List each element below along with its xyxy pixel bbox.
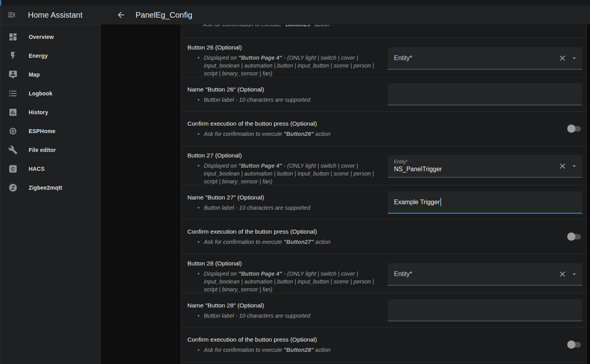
bullet-dot: • <box>198 54 200 77</box>
field-description: Displayed on "Button Page 4" - (ONLY lig… <box>204 270 385 293</box>
confirm-toggle[interactable] <box>568 342 581 348</box>
bulleted-list-icon <box>8 89 18 98</box>
sidebar-item-history[interactable]: History <box>0 103 101 122</box>
sidebar-nav: Overview Energy Map Logbook History ESPH… <box>0 25 101 197</box>
sidebar-item-label: File editor <box>29 147 56 153</box>
app-title: Home Assistant <box>28 11 82 20</box>
field-title: Button 27 (Optional) <box>187 151 388 160</box>
bullet-dot: • <box>198 130 200 138</box>
window-accent-line <box>0 0 1 5</box>
page-title: PanelEg_Config <box>136 11 192 20</box>
form-row-button26-entity: Button 26 (Optional) • Displayed on "But… <box>181 38 586 77</box>
sidebar-item-esphome[interactable]: ESPHome <box>0 122 101 141</box>
sidebar-header: Home Assistant <box>0 5 101 25</box>
bullet-dot: • <box>198 270 200 293</box>
entity-select-value: NS_PanelTrigger <box>394 165 558 173</box>
zigbee2mqtt-icon: Z <box>8 183 18 192</box>
sidebar-item-map[interactable]: Map <box>0 65 101 84</box>
confirm-toggle[interactable] <box>568 126 581 132</box>
wrench-icon <box>8 145 18 155</box>
form-row-button28-name: Name "Button 28" (Optional) • Button lab… <box>181 293 586 327</box>
sidebar-item-label: Zigbee2mqtt <box>29 185 62 191</box>
field-description: Displayed on "Button Page 4" - (ONLY lig… <box>204 162 385 185</box>
clear-icon[interactable] <box>558 270 567 278</box>
entity-select-label: Entity* <box>394 271 558 278</box>
entity-select-label: Entity* <box>394 55 558 62</box>
field-description: Button label - 10 characters are support… <box>204 312 310 320</box>
field-title: Confirm execution of the button press (O… <box>187 335 568 344</box>
sidebar-item-energy[interactable]: Energy <box>0 46 101 65</box>
person-pin-icon <box>8 70 18 79</box>
bullet-dot: • <box>198 96 200 104</box>
entity-select[interactable]: Entity* NS_PanelTrigger <box>388 155 582 177</box>
window-top-strip <box>0 0 590 5</box>
form-row-button27-confirm: Confirm execution of the button press (O… <box>181 219 586 254</box>
main-area: PanelEg_Config Ask for confirmation to e… <box>101 5 590 364</box>
field-title: Name "Button 27" (Optional) <box>187 193 388 202</box>
field-description: Ask for confirmation to execute "Button2… <box>204 346 330 354</box>
field-description: Ask for confirmation to execute "Button2… <box>204 130 330 138</box>
field-description: Button label - 10 characters are support… <box>204 204 310 212</box>
page-header: PanelEg_Config <box>101 5 590 25</box>
clear-icon[interactable] <box>558 162 567 170</box>
scrollbar[interactable] <box>587 25 590 364</box>
svg-text:C: C <box>11 166 15 172</box>
sidebar-item-logbook[interactable]: Logbook <box>0 84 101 103</box>
form-row-button25-confirm-clipped: Ask for confirmation to execute "Button2… <box>181 25 586 38</box>
form-row-button28-confirm: Confirm execution of the button press (O… <box>181 327 586 362</box>
bullet-dot: • <box>198 238 200 246</box>
menu-open-icon[interactable] <box>7 10 16 20</box>
bullet-dot: • <box>198 312 200 320</box>
chip-icon <box>8 126 18 136</box>
sidebar-item-zigbee2mqtt[interactable]: Z Zigbee2mqtt <box>0 178 101 197</box>
form-row-button28-entity: Button 28 (Optional) • Displayed on "But… <box>181 254 586 293</box>
name-input[interactable]: Example Trigger <box>388 191 582 214</box>
sidebar-item-label: HACS <box>29 166 44 172</box>
form-row-button27-entity: Button 27 (Optional) • Displayed on "But… <box>181 146 586 185</box>
bullet-dot: • <box>198 162 200 185</box>
field-description: Ask for confirmation to execute "Button2… <box>203 25 330 28</box>
lightning-bolt-icon <box>8 51 18 60</box>
content-scroll-area[interactable]: Ask for confirmation to execute "Button2… <box>101 25 590 364</box>
toggle-thumb <box>567 340 575 349</box>
sidebar-item-label: ESPHome <box>29 128 55 134</box>
entity-select-label: Entity* <box>394 159 558 165</box>
field-title: Button 26 (Optional) <box>187 43 388 52</box>
field-title: Confirm execution of the button press (O… <box>187 119 568 128</box>
form-row-button26-confirm: Confirm execution of the button press (O… <box>181 112 586 146</box>
svg-text:Z: Z <box>11 185 15 191</box>
field-description: Ask for confirmation to execute "Button2… <box>204 238 330 246</box>
form-row-button27-name: Name "Button 27" (Optional) • Button lab… <box>181 185 586 219</box>
confirm-toggle[interactable] <box>568 234 581 240</box>
chevron-down-icon[interactable] <box>570 270 578 278</box>
view-dashboard-icon <box>8 32 18 42</box>
sidebar-item-overview[interactable]: Overview <box>0 27 101 46</box>
sidebar-item-label: Energy <box>29 53 48 59</box>
sidebar-item-label: Logbook <box>29 90 53 97</box>
field-title: Name "Button 28" (Optional) <box>187 301 388 310</box>
toggle-thumb <box>567 124 575 133</box>
text-cursor <box>440 198 441 206</box>
home-assistant-app: Home Assistant Overview Energy Map Logbo… <box>0 5 590 364</box>
sidebar-item-label: Overview <box>29 34 54 40</box>
chevron-down-icon[interactable] <box>570 54 578 62</box>
name-input[interactable] <box>388 83 582 105</box>
clear-icon[interactable] <box>558 54 567 62</box>
entity-select[interactable]: Entity* <box>388 47 582 70</box>
back-arrow-icon[interactable] <box>116 10 126 20</box>
field-title: Name "Button 26" (Optional) <box>187 85 388 94</box>
field-title: Button 28 (Optional) <box>187 259 388 268</box>
sidebar-item-hacs[interactable]: C HACS <box>0 159 101 178</box>
toggle-thumb <box>567 232 575 241</box>
sidebar-item-label: Map <box>29 71 40 78</box>
field-description: Displayed on "Button Page 4" - (ONLY lig… <box>204 54 385 77</box>
entity-select[interactable]: Entity* <box>388 263 582 285</box>
field-title: Confirm execution of the button press (O… <box>187 227 568 236</box>
input-value: Example Trigger <box>394 199 440 206</box>
sidebar-item-file-editor[interactable]: File editor <box>0 141 101 159</box>
sidebar-item-label: History <box>29 109 48 115</box>
chevron-down-icon[interactable] <box>570 162 578 170</box>
hacs-icon: C <box>8 164 18 174</box>
name-input[interactable] <box>388 299 582 321</box>
bar-chart-icon <box>8 108 18 117</box>
